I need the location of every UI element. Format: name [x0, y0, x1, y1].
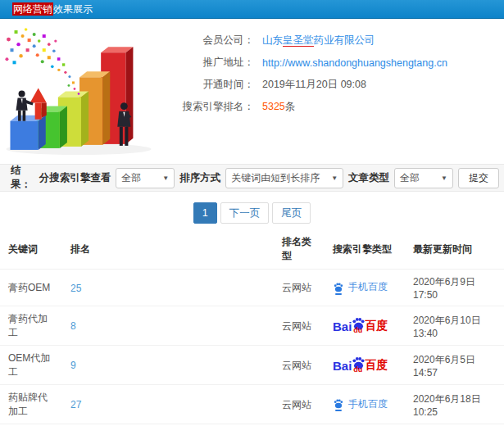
header-rank: 排名	[62, 229, 274, 270]
page-1-button[interactable]: 1	[193, 202, 217, 224]
confetti-dots	[5, 28, 79, 95]
filter-controls: 分搜索引擎查看 全部 ▼ 排序方式 关键词由短到长排序 ▼ 文章类型 全部 ▼ …	[39, 168, 499, 188]
pagination: 1 下一页 尾页	[0, 202, 504, 224]
next-page-button[interactable]: 下一页	[220, 202, 270, 224]
updated-cell: 2020年6月5日 14:57	[405, 346, 504, 385]
results-table-body: 膏药OEM25云网站手机百度2020年6月9日 17:50膏药代加工8云网站Ba…	[0, 270, 504, 426]
chevron-down-icon: ▼	[162, 174, 169, 182]
mobile-baidu-logo: 手机百度	[333, 280, 388, 294]
url-label: 推广地址：	[157, 56, 254, 70]
engine-filter-select[interactable]: 全部 ▼	[116, 168, 175, 188]
header-keyword: 关键词	[0, 229, 62, 270]
keyword-cell: 膏药代加工	[0, 306, 62, 346]
rank-link[interactable]: 27	[70, 399, 81, 410]
open-time-label: 开通时间：	[157, 78, 254, 92]
page-title-highlight: 网络营销	[12, 2, 53, 16]
filter-bar: 结果： 分搜索引擎查看 全部 ▼ 排序方式 关键词由短到长排序 ▼ 文章类型 全…	[0, 164, 504, 192]
rank-cell: 27	[62, 385, 274, 424]
keyword-cell: OEM代加工	[0, 346, 62, 385]
header-engine-type: 搜索引擎类型	[325, 229, 405, 270]
sort-filter-select[interactable]: 关键词由短到长排序 ▼	[225, 168, 343, 188]
company-link[interactable]: 山东皇圣堂药业有限公司	[262, 34, 375, 47]
window-titlebar: 网络营销效果展示	[0, 0, 504, 19]
last-page-button[interactable]: 尾页	[272, 202, 311, 224]
updated-cell: 2020年6月18日 10:25	[405, 385, 504, 424]
rank-cell: 25	[62, 270, 274, 306]
type-filter-label: 文章类型	[348, 171, 389, 185]
chevron-down-icon: ▼	[441, 174, 447, 182]
table-row: 膏药代加工8云网站Baidu百度2020年6月10日 13:40	[0, 306, 504, 346]
mobile-baidu-logo: 手机百度	[333, 397, 388, 411]
updated-cell: 2020年6月9日 17:50	[405, 270, 504, 306]
rank-link[interactable]: 9	[70, 360, 76, 371]
engine-type-cell: 手机百度	[325, 385, 405, 424]
engine-type-cell: Baidu百度	[325, 306, 405, 346]
baidu-paw-icon	[333, 282, 344, 293]
engine-filter-label: 分搜索引擎查看	[39, 171, 111, 185]
rank-type-cell: 云网站	[274, 306, 325, 346]
header-rank-type: 排名类型	[274, 229, 325, 270]
baidu-logo: Baidu百度	[333, 358, 388, 374]
engine-type-cell: 手机百度	[325, 270, 405, 306]
rank-cell: 9	[62, 346, 274, 385]
account-info-section: 会员公司： 山东皇圣堂药业有限公司 推广地址： http://www.shand…	[0, 19, 504, 158]
header-updated: 最新更新时间	[405, 229, 504, 270]
submit-button[interactable]: 提交	[458, 168, 499, 188]
baidu-logo: Baidu百度	[333, 319, 388, 334]
rank-type-cell: 云网站	[274, 270, 325, 306]
table-header-row: 关键词 排名 排名类型 搜索引擎类型 最新更新时间	[0, 229, 504, 270]
mobile-baidu-label: 手机百度	[348, 397, 388, 411]
keyword-cell: 膏药OEM	[0, 270, 62, 306]
page-title: 效果展示	[53, 3, 93, 15]
rank-type-cell: 云网站	[274, 346, 325, 385]
account-fields: 会员公司： 山东皇圣堂药业有限公司 推广地址： http://www.shand…	[157, 25, 447, 158]
promo-url-link[interactable]: http://www.shandonghuangshengtang.cn	[262, 57, 447, 69]
results-table: 关键词 排名 排名类型 搜索引擎类型 最新更新时间 膏药OEM25云网站手机百度…	[0, 229, 504, 426]
updated-cell: 2020年6月10日 13:40	[405, 306, 504, 346]
engine-type-cell: Baidu百度	[325, 346, 405, 385]
field-open-time: 开通时间： 2019年11月20日 09:08	[157, 74, 447, 96]
chevron-down-icon: ▼	[331, 174, 338, 182]
rank-count-unit: 条	[285, 101, 296, 112]
field-rank-count: 搜索引擎排名： 5325条	[157, 96, 447, 118]
keyword-cell: 药贴牌代加工	[0, 385, 62, 424]
promo-chart-image	[0, 25, 157, 158]
baidu-paw-icon	[333, 398, 344, 410]
rank-count-label: 搜索引擎排名：	[157, 100, 254, 114]
rank-link[interactable]: 25	[70, 283, 81, 294]
field-company: 会员公司： 山东皇圣堂药业有限公司	[157, 29, 447, 52]
rank-cell: 8	[62, 306, 274, 346]
baidu-paw-icon: du	[351, 356, 366, 371]
rank-count-value: 5325	[262, 101, 285, 112]
3d-bar-chart-illustration	[0, 25, 157, 158]
rank-link[interactable]: 8	[70, 320, 76, 332]
table-row: 药贴牌代加工27云网站手机百度2020年6月18日 10:25	[0, 385, 504, 424]
table-row: 膏药OEM25云网站手机百度2020年6月9日 17:50	[0, 270, 504, 306]
table-row: OEM代加工9云网站Baidu百度2020年6月5日 14:57	[0, 346, 504, 385]
result-label: 结果：	[11, 164, 39, 192]
open-time-value: 2019年11月20日 09:08	[262, 78, 366, 92]
rank-type-cell: 云网站	[274, 385, 325, 424]
mobile-baidu-label: 手机百度	[348, 280, 388, 294]
type-filter-select[interactable]: 全部 ▼	[394, 168, 453, 188]
company-label: 会员公司：	[157, 34, 254, 48]
baidu-paw-icon: du	[351, 316, 366, 332]
field-url: 推广地址： http://www.shandonghuangshengtang.…	[157, 52, 447, 74]
sort-filter-label: 排序方式	[179, 171, 220, 185]
